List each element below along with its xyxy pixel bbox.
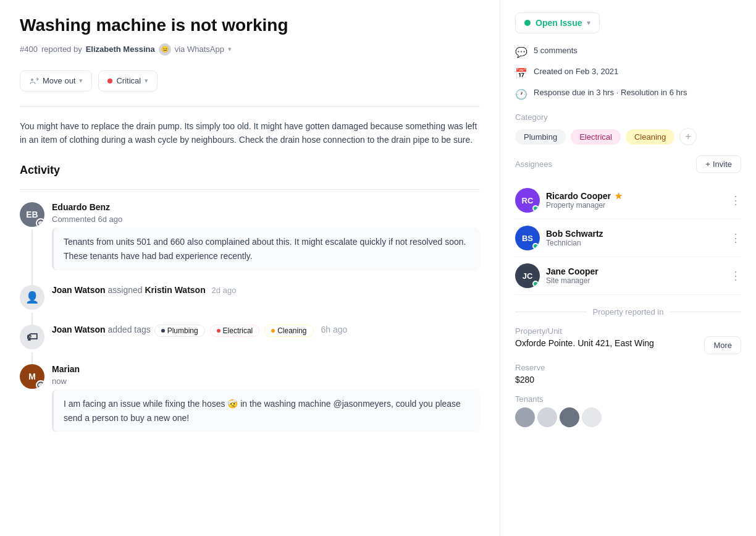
move-out-label: Move out: [43, 76, 75, 85]
avatar-tags-icon: 🏷: [20, 325, 44, 349]
comment-text-marian: I am facing an issue while fixing the ho…: [52, 389, 480, 432]
activity-item-tags: 🏷 Joan Watson added tags Plumbing Electr…: [20, 325, 480, 364]
comments-meta: 💬 5 comments: [515, 46, 741, 58]
category-electrical[interactable]: Electrical: [571, 129, 621, 145]
created-meta: 📅 Created on Feb 3, 2021: [515, 67, 741, 79]
invite-plus-icon: +: [705, 160, 710, 169]
category-tags: Plumbing Electrical Cleaning +: [515, 128, 741, 145]
divider-1: [20, 106, 480, 107]
status-badge[interactable]: Open Issue ▾: [515, 12, 600, 33]
clock-icon: 🕐: [515, 88, 527, 100]
assignee-role-bob: Technician: [546, 239, 724, 247]
assignee-jane: JC Jane Cooper Site manager ⋮: [515, 257, 741, 295]
category-label: Category: [515, 113, 741, 122]
tag-cleaning[interactable]: Cleaning: [264, 325, 313, 337]
avatar-eduardo: EB 💬: [20, 202, 44, 227]
assign-actor: Joan Watson: [52, 285, 106, 295]
reserve-label: Reserve: [515, 363, 741, 372]
meta-chevron-icon[interactable]: ▾: [228, 45, 232, 53]
response-time: Response due in 3 hrs · Resolution in 6 …: [534, 88, 687, 97]
comment-text-eduardo: Tenants from units 501 and 660 also comp…: [52, 228, 480, 270]
comment-time-eduardo: Commented 6d ago: [52, 215, 480, 224]
assignee-info-bob: Bob Schwartz Technician: [546, 229, 724, 247]
status-chevron-icon: ▾: [587, 19, 590, 27]
issue-meta: #400 reported by Elizabeth Messina 😐 via…: [20, 43, 480, 56]
critical-chevron-icon: ▾: [145, 77, 148, 85]
critical-button[interactable]: Critical ▾: [98, 70, 158, 91]
plumbing-dot-icon: [161, 329, 165, 333]
tags-row: Move out ▾ Critical ▾: [20, 70, 480, 91]
assignee-name-bob: Bob Schwartz: [546, 229, 603, 239]
comment-author-eduardo: Eduardo Benz: [52, 202, 110, 212]
comments-count: 5 comments: [534, 46, 578, 55]
assignees-header: Assignees + Invite: [515, 155, 741, 173]
assignee-ricardo: RC Ricardo Cooper ★ Property manager ⋮: [515, 182, 741, 219]
reporter-avatar: 😐: [159, 43, 171, 56]
tag-plumbing[interactable]: Plumbing: [154, 325, 205, 337]
assign-time: 2d ago: [212, 286, 237, 295]
category-plumbing[interactable]: Plumbing: [515, 129, 566, 145]
status-green-dot-icon: [524, 20, 531, 26]
cleaning-dot-icon: [271, 329, 275, 333]
reporter-name: Elizabeth Messina: [86, 45, 155, 54]
avatar-assign-icon: 👤: [20, 285, 44, 310]
avatar-ricardo: RC: [515, 188, 540, 213]
online-dot-bob: [532, 243, 539, 249]
response-meta: 🕐 Response due in 3 hrs · Resolution in …: [515, 88, 741, 100]
left-panel: Washing machine is not working #400 repo…: [0, 0, 500, 536]
avatar-bob: BS: [515, 226, 540, 250]
property-unit-row: Property/Unit Oxforde Pointe. Unit 421, …: [515, 326, 741, 354]
property-unit-label: Property/Unit: [515, 326, 654, 336]
assignee-more-icon-bob[interactable]: ⋮: [730, 231, 741, 245]
reserve-value: $280: [515, 375, 741, 385]
comment-content-eduardo: Eduardo Benz Commented 6d ago Tenants fr…: [52, 202, 480, 285]
activity-item-assign: 👤 Joan Watson assigned Kristin Watson 2d…: [20, 285, 480, 325]
chat-icon: 💬: [515, 46, 527, 58]
property-divider: Property reported in: [515, 307, 741, 317]
tag-electrical[interactable]: Electrical: [210, 325, 260, 337]
tenant-avatar-4: [582, 407, 602, 427]
assignee-more-icon-ricardo[interactable]: ⋮: [730, 194, 741, 207]
assignee-role-ricardo: Property manager: [546, 201, 724, 210]
assignee-role-jane: Site manager: [546, 276, 724, 285]
tenant-avatar-2: [537, 407, 557, 427]
critical-label: Critical: [116, 76, 141, 85]
via-channel: via WhatsApp: [175, 45, 224, 54]
comment-content-marian: Marian now I am facing an issue while fi…: [52, 364, 480, 447]
activity-item-eduardo: EB 💬 Eduardo Benz Commented 6d ago Tenan…: [20, 202, 480, 285]
assignee-info-jane: Jane Cooper Site manager: [546, 266, 724, 285]
online-dot-ricardo: [532, 205, 539, 211]
issue-number: #400: [20, 45, 38, 54]
tenant-avatar-1: [515, 407, 535, 427]
status-label: Open Issue: [536, 18, 582, 28]
comment-time-marian: now: [52, 376, 480, 386]
online-dot-jane: [532, 281, 539, 287]
tags-time: 6h ago: [321, 325, 347, 334]
tags-actor: Joan Watson: [52, 325, 106, 334]
created-date: Created on Feb 3, 2021: [534, 67, 618, 76]
add-category-button[interactable]: +: [679, 128, 697, 145]
comment-author-marian: Marian: [52, 364, 80, 374]
issue-description: You might have to replace the drain pump…: [20, 119, 480, 147]
category-cleaning[interactable]: Cleaning: [626, 129, 674, 145]
activity-tags-content: Joan Watson added tags Plumbing Electric…: [52, 325, 480, 364]
electrical-dot-icon: [217, 329, 220, 333]
invite-button[interactable]: + Invite: [696, 155, 741, 173]
property-divider-label: Property reported in: [593, 307, 664, 317]
move-out-chevron-icon: ▾: [79, 77, 83, 85]
assignee-name-jane: Jane Cooper: [546, 266, 598, 276]
tenants-row: Tenants: [515, 394, 741, 427]
divider-2: [20, 189, 480, 190]
activity-title: Activity: [20, 164, 480, 177]
star-icon: ★: [615, 191, 623, 201]
move-out-button[interactable]: Move out ▾: [20, 70, 92, 91]
activity-assign-content: Joan Watson assigned Kristin Watson 2d a…: [52, 285, 480, 325]
assignee-more-icon-jane[interactable]: ⋮: [730, 269, 741, 283]
tenants-label: Tenants: [515, 394, 741, 404]
assignees-label: Assignees: [515, 160, 552, 169]
calendar-icon: 📅: [515, 67, 527, 79]
invite-label: Invite: [713, 160, 732, 169]
reserve-row: Reserve $280: [515, 363, 741, 385]
avatar-marian: M 💬: [20, 364, 44, 389]
more-button[interactable]: More: [704, 336, 741, 354]
